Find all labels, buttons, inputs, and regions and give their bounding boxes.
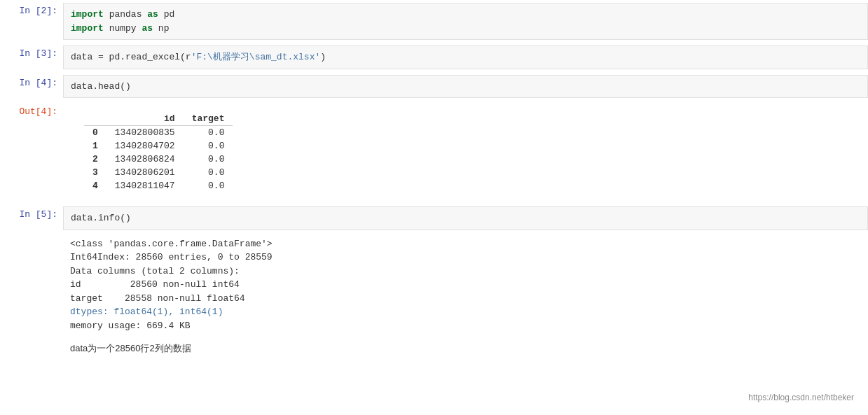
code-line: import numpy as np: [71, 22, 860, 36]
comment-text: data为一个28560行2列的数据: [70, 343, 191, 353]
keyword: import: [71, 9, 104, 20]
code-line: data.info(): [71, 211, 860, 225]
table-row: 2 13402806824 0.0: [84, 153, 233, 166]
table-row: 4 13402811047 0.0: [84, 179, 233, 192]
prompt-5: In [5]:: [0, 204, 63, 233]
notebook: In [2]: import pandas as pd import numpy…: [0, 0, 868, 360]
prompt-out5: [0, 233, 63, 337]
code-text: data.head(): [71, 81, 131, 92]
info-line: Data columns (total 2 columns):: [70, 265, 861, 279]
info-line: <class 'pandas.core.frame.DataFrame'>: [70, 237, 861, 251]
input-3[interactable]: data = pd.read_excel(r'F:\机器学习\sam_dt.xl…: [63, 45, 868, 69]
input-4[interactable]: data.head(): [63, 75, 868, 99]
comment-output: data为一个28560行2列的数据: [63, 338, 868, 359]
info-line: target 28558 non-null float64: [70, 292, 861, 306]
cell-target: 0.0: [184, 179, 233, 192]
col-header-id: id: [106, 112, 184, 126]
cell-5: In [5]: data.info(): [0, 204, 868, 233]
code-line: import pandas as pd: [71, 8, 860, 22]
table-row: 0 13402800835 0.0: [84, 126, 233, 140]
info-dtype-line: dtypes: float64(1), int64(1): [70, 305, 861, 319]
prompt-out4: Out[4]:: [0, 101, 63, 204]
row-index: 2: [84, 153, 106, 166]
col-header-index: [84, 112, 106, 126]
keyword: as: [142, 23, 153, 34]
output-4: id target 0 13402800835 0.0 1 1340280470…: [63, 102, 868, 202]
code-text: ): [320, 52, 326, 62]
string-literal: 'F:\机器学习\sam_dt.xlsx': [191, 52, 321, 62]
comment-cell: data为一个28560行2列的数据: [0, 337, 868, 360]
code-line: data.head(): [71, 80, 860, 94]
input-2[interactable]: import pandas as pd import numpy as np: [63, 3, 868, 40]
cell-out5: <class 'pandas.core.frame.DataFrame'> In…: [0, 233, 868, 337]
cell-target: 0.0: [184, 139, 233, 153]
row-index: 4: [84, 179, 106, 192]
code-text: numpy: [109, 23, 142, 34]
code-text: data.info(): [71, 213, 131, 223]
cell-4: In [4]: data.head(): [0, 72, 868, 101]
col-header-target: target: [184, 112, 233, 126]
keyword: as: [147, 9, 158, 20]
code-text: data = pd.read_excel(r: [71, 52, 191, 62]
code-text: np: [158, 23, 170, 34]
info-line: Int64Index: 28560 entries, 0 to 28559: [70, 251, 861, 265]
cell-3: In [3]: data = pd.read_excel(r'F:\机器学习\s…: [0, 43, 868, 72]
row-index: 1: [84, 139, 106, 153]
code-line: data = pd.read_excel(r'F:\机器学习\sam_dt.xl…: [71, 50, 860, 64]
table-header-row: id target: [84, 112, 233, 126]
input-5[interactable]: data.info(): [63, 206, 868, 230]
code-text: pd: [164, 9, 175, 20]
cell-id: 13402804702: [106, 139, 184, 153]
cell-id: 13402800835: [106, 126, 184, 140]
row-index: 3: [84, 166, 106, 179]
cell-id: 13402811047: [106, 179, 184, 192]
keyword: import: [71, 23, 104, 34]
info-line: id 28560 non-null int64: [70, 278, 861, 292]
cell-id: 13402806201: [106, 166, 184, 179]
cell-id: 13402806824: [106, 153, 184, 166]
prompt-3: In [3]:: [0, 43, 63, 72]
watermark: https://blog.csdn.net/htbeker: [748, 393, 854, 402]
dataframe-table: id target 0 13402800835 0.0 1 1340280470…: [84, 112, 233, 192]
prompt-2: In [2]:: [0, 0, 63, 43]
cell-out4: Out[4]: id target 0 13402800835 0.0: [0, 101, 868, 204]
cell-target: 0.0: [184, 153, 233, 166]
cell-target: 0.0: [184, 126, 233, 140]
cell-2: In [2]: import pandas as pd import numpy…: [0, 0, 868, 43]
prompt-4: In [4]:: [0, 72, 63, 101]
prompt-comment: [0, 337, 63, 360]
info-line: memory usage: 669.4 KB: [70, 319, 861, 333]
output-5: <class 'pandas.core.frame.DataFrame'> In…: [63, 234, 868, 336]
code-text: pandas: [109, 9, 148, 20]
table-row: 3 13402806201 0.0: [84, 166, 233, 179]
row-index: 0: [84, 126, 106, 140]
cell-target: 0.0: [184, 166, 233, 179]
table-row: 1 13402804702 0.0: [84, 139, 233, 153]
